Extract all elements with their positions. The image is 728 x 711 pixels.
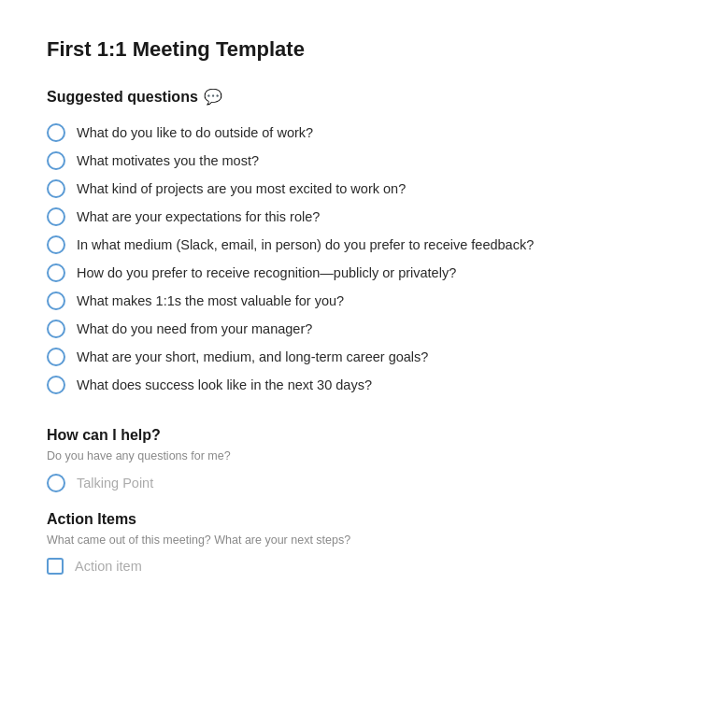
list-item: What kind of projects are you most excit… [47, 175, 681, 203]
action-items-subtitle: What came out of this meeting? What are … [47, 533, 681, 547]
list-item: What are your short, medium, and long-te… [47, 343, 681, 371]
talking-point-placeholder[interactable]: Talking Point [77, 476, 153, 491]
list-item: In what medium (Slack, email, in person)… [47, 231, 681, 259]
question-checkbox-8[interactable] [47, 348, 65, 366]
speech-bubble-icon: 💬 [204, 88, 222, 106]
talking-point-row: Talking Point [47, 474, 681, 492]
question-checkbox-5[interactable] [47, 263, 65, 282]
list-item: What does success look like in the next … [47, 371, 681, 399]
question-text-1: What motivates you the most? [77, 153, 259, 168]
question-text-6: What makes 1:1s the most valuable for yo… [77, 293, 344, 308]
page-title: First 1:1 Meeting Template [47, 37, 681, 62]
action-item-row: Action item [47, 558, 681, 575]
question-text-5: How do you prefer to receive recognition… [77, 265, 456, 280]
how-can-i-help-subtitle: Do you have any questions for me? [47, 449, 681, 462]
list-item: What do you need from your manager? [47, 315, 681, 343]
suggested-questions-section: Suggested questions 💬 What do you like t… [47, 88, 681, 399]
question-checkbox-3[interactable] [47, 207, 65, 226]
action-items-heading: Action Items [47, 511, 681, 528]
list-item: How do you prefer to receive recognition… [47, 259, 681, 287]
question-text-8: What are your short, medium, and long-te… [77, 349, 428, 364]
suggested-questions-heading: Suggested questions 💬 [47, 88, 681, 106]
action-item-placeholder[interactable]: Action item [75, 559, 142, 574]
question-checkbox-2[interactable] [47, 179, 65, 198]
question-checkbox-9[interactable] [47, 376, 65, 394]
suggested-questions-label: Suggested questions [47, 89, 198, 106]
action-item-checkbox[interactable] [47, 558, 64, 575]
how-can-i-help-section: How can I help? Do you have any question… [47, 427, 681, 492]
question-checkbox-1[interactable] [47, 151, 65, 170]
question-text-2: What kind of projects are you most excit… [77, 181, 406, 196]
action-items-section: Action Items What came out of this meeti… [47, 511, 681, 575]
questions-list: What do you like to do outside of work?W… [47, 119, 681, 399]
question-text-9: What does success look like in the next … [77, 377, 372, 392]
list-item: What do you like to do outside of work? [47, 119, 681, 147]
question-text-4: In what medium (Slack, email, in person)… [77, 237, 534, 252]
list-item: What are your expectations for this role… [47, 203, 681, 231]
list-item: What motivates you the most? [47, 147, 681, 175]
how-can-i-help-heading: How can I help? [47, 427, 681, 444]
question-checkbox-6[interactable] [47, 292, 65, 310]
question-checkbox-0[interactable] [47, 123, 65, 142]
question-checkbox-7[interactable] [47, 320, 65, 338]
talking-point-checkbox[interactable] [47, 474, 65, 492]
list-item: What makes 1:1s the most valuable for yo… [47, 287, 681, 315]
question-checkbox-4[interactable] [47, 235, 65, 254]
question-text-7: What do you need from your manager? [77, 321, 312, 336]
question-text-0: What do you like to do outside of work? [77, 125, 313, 140]
question-text-3: What are your expectations for this role… [77, 209, 320, 224]
